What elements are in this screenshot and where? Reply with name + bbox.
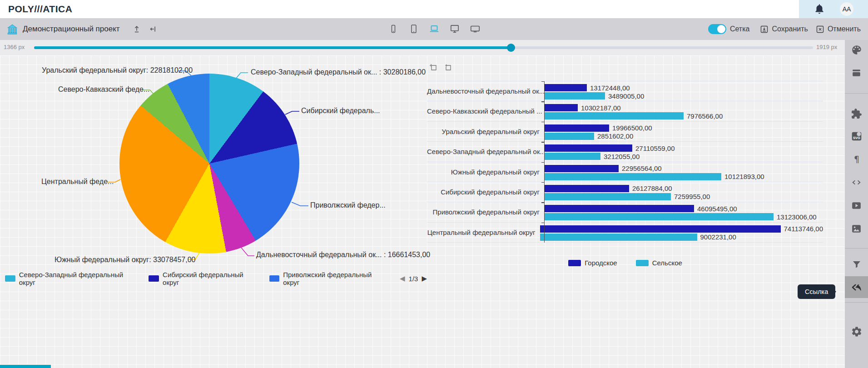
bar-category-label: Центральный федеральный округ <box>427 223 540 242</box>
header-user-area: AA <box>799 0 868 18</box>
bar-urban[interactable] <box>544 84 587 91</box>
sidebar-svg-icon[interactable]: SVG <box>845 127 868 145</box>
bar-rural[interactable] <box>544 213 774 220</box>
bar-row: Южный федеральный округ22956564,00101218… <box>427 162 823 182</box>
device-size-switcher <box>387 23 481 35</box>
horizontal-scrollbar-thumb[interactable] <box>0 365 51 368</box>
bar-row: Дальневосточный федеральный ок...1317244… <box>427 81 823 101</box>
grid-toggle-label: Сетка <box>730 25 750 33</box>
tooltip-text: Ссылка <box>805 288 828 295</box>
slider-min-label: 1366 px <box>4 44 25 50</box>
dashboard-canvas: Уральский федеральный округ: 22818102,00… <box>0 55 845 368</box>
legend-prev-button[interactable]: ◀ <box>400 274 405 283</box>
sidebar-divider <box>845 248 868 249</box>
legend-swatch <box>269 275 280 282</box>
legend-pager: ◀ 1/3 ▶ <box>400 274 427 283</box>
bar-category-label: Уральский федеральный округ <box>427 122 544 141</box>
bar-row: Сибирский федеральный округ26127884,0072… <box>427 182 823 202</box>
bar-value-label: 10302187,00 <box>581 104 621 112</box>
legend-item[interactable]: Сельское <box>635 259 682 267</box>
pie-callout: Приволжский федер... <box>310 201 386 209</box>
svg-text:¶: ¶ <box>853 154 859 164</box>
bar-rural[interactable] <box>540 234 697 241</box>
save-button[interactable]: Сохранить <box>759 25 808 34</box>
sidebar-plugins-icon[interactable] <box>845 104 868 123</box>
sidebar-image-icon[interactable] <box>845 219 868 238</box>
sidebar-share-link-icon[interactable] <box>845 278 868 296</box>
legend-label: Сибирский федеральный округ <box>163 271 260 286</box>
bar-category-label: Северо-Западный федеральный ок... <box>427 142 544 161</box>
legend-next-button[interactable]: ▶ <box>422 274 427 283</box>
widget-sidebar: SVG ¶ <box>845 40 868 368</box>
sidebar-divider <box>845 93 868 94</box>
bar-chart-widget: Дальневосточный федеральный ок...1317244… <box>427 63 823 267</box>
bar-row: Северо-Кавказский федеральный ...1030218… <box>427 101 823 121</box>
category-axis <box>544 81 545 243</box>
reset-zoom-icon[interactable] <box>443 63 453 73</box>
upload-icon[interactable] <box>131 23 143 35</box>
device-tv-icon[interactable] <box>469 23 481 35</box>
legend-item[interactable]: Городское <box>568 259 617 267</box>
legend-swatch <box>5 275 16 282</box>
bar-rural[interactable] <box>544 92 605 99</box>
sidebar-palette-icon[interactable] <box>845 41 868 59</box>
bar-rural[interactable] <box>544 112 684 119</box>
pie-chart[interactable] <box>119 74 299 254</box>
notifications-bell-icon[interactable] <box>813 3 825 15</box>
grid-toggle[interactable] <box>708 24 726 34</box>
bar-row: Приволжский федеральный округ46095495,00… <box>427 202 823 222</box>
bar-rural[interactable] <box>544 193 671 200</box>
pie-callout: Дальневосточный федеральный ок... : 1666… <box>256 251 430 259</box>
device-phone-icon[interactable] <box>387 23 399 35</box>
bar-row: Уральский федеральный округ19966500,0028… <box>427 122 823 142</box>
bar-rural[interactable] <box>544 173 721 180</box>
sidebar-divider <box>845 302 868 303</box>
width-slider[interactable] <box>34 46 813 49</box>
zoom-selection-icon[interactable] <box>429 63 439 73</box>
sidebar-widgets-drawer-icon[interactable] <box>845 64 868 82</box>
pie-callout: Уральский федеральный округ: 22818102,00 <box>42 66 176 75</box>
device-desktop-icon[interactable] <box>449 23 461 35</box>
sidebar-code-icon[interactable] <box>845 173 868 191</box>
pie-chart-widget: Уральский федеральный округ: 22818102,00… <box>0 55 427 292</box>
bar-urban[interactable] <box>544 185 629 192</box>
device-laptop-icon[interactable] <box>428 23 440 35</box>
collapse-left-icon[interactable] <box>147 23 159 35</box>
bar-row: Центральный федеральный округ74113746,00… <box>427 223 823 243</box>
share-link-tooltip: Ссылка <box>798 284 835 299</box>
legend-item[interactable]: Северо-Западный федеральный округ <box>5 271 140 286</box>
sidebar-filter-icon[interactable] <box>845 255 868 274</box>
bar-value-label: 26127884,00 <box>632 184 672 192</box>
cancel-button[interactable]: Отменить <box>815 25 861 34</box>
bar-category-label: Сибирский федеральный округ <box>427 182 544 202</box>
bar-urban[interactable] <box>544 205 694 212</box>
bar-value-label: 27110559,00 <box>635 144 675 152</box>
sidebar-settings-gear-icon[interactable] <box>845 323 868 341</box>
sidebar-video-icon[interactable] <box>845 196 868 214</box>
bar-rural[interactable] <box>544 153 600 160</box>
bar-value-label: 3489005,00 <box>608 92 644 100</box>
bar-urban[interactable] <box>544 165 619 172</box>
bar-value-label: 3212055,00 <box>604 153 640 160</box>
bar-value-label: 2851602,00 <box>597 132 633 140</box>
bar-value-label: 10121893,00 <box>724 173 764 180</box>
bar-urban[interactable] <box>544 104 578 111</box>
legend-label: Приволжский федеральный округ <box>283 271 389 286</box>
bar-value-label: 19966500,00 <box>612 124 652 132</box>
bar-urban[interactable] <box>540 225 781 233</box>
legend-swatch <box>635 259 649 267</box>
legend-item[interactable]: Сибирский федеральный округ <box>148 271 260 286</box>
bar-plot: Дальневосточный федеральный ок...1317244… <box>427 81 823 243</box>
pie-callout: Сибирский федераль... <box>301 107 380 115</box>
bar-value-label: 22956564,00 <box>622 164 662 172</box>
slider-handle[interactable] <box>507 44 515 52</box>
pie-callout: Центральный феде... <box>41 178 105 186</box>
pie-legend: Северо-Западный федеральный округСибирск… <box>5 271 427 286</box>
user-avatar[interactable]: AA <box>840 2 853 16</box>
sidebar-text-paragraph-icon[interactable]: ¶ <box>845 150 868 169</box>
legend-item[interactable]: Приволжский федеральный округ <box>269 271 389 286</box>
bar-urban[interactable] <box>544 124 609 132</box>
bar-rural[interactable] <box>544 133 594 140</box>
device-tablet-icon[interactable] <box>408 23 420 35</box>
bar-urban[interactable] <box>544 144 632 152</box>
